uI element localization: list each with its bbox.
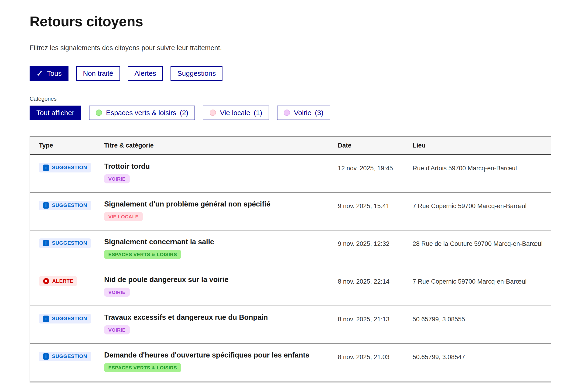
type-badge: i SUGGESTION	[39, 238, 91, 248]
type-badge-label: SUGGESTION	[52, 240, 87, 246]
filter-suggestions-button[interactable]: Suggestions	[170, 66, 222, 81]
filter-voirie-count: (3)	[315, 109, 324, 117]
category-dot-pink-icon	[210, 110, 216, 116]
alert-octagon-icon	[43, 278, 49, 284]
report-location: Rue d'Artois 59700 Marcq-en-Barœul	[413, 155, 552, 192]
filter-non-traite-button[interactable]: Non traité	[76, 66, 120, 81]
category-tag: VIE LOCALE	[104, 212, 143, 221]
report-title: Signalement concernant la salle	[104, 238, 338, 246]
report-location: 28 Rue de la Couture 59700 Marcq-en-Barœ…	[413, 230, 552, 268]
type-badge-label: SUGGESTION	[52, 165, 87, 170]
page-title: Retours citoyens	[29, 13, 581, 30]
report-date: 9 nov. 2025, 12:32	[338, 230, 413, 268]
type-badge: i SUGGESTION	[39, 314, 91, 324]
report-date: 8 nov. 2025, 21:03	[338, 344, 413, 382]
column-header-titre: Titre & catégorie	[104, 142, 338, 149]
filter-espaces-verts-count: (2)	[180, 109, 188, 117]
filter-tous-label: Tous	[47, 70, 62, 77]
column-header-date: Date	[338, 142, 413, 149]
filter-tout-afficher-button[interactable]: Tout afficher	[29, 106, 81, 120]
report-location: 7 Rue Copernic 59700 Marcq-en-Barœul	[413, 193, 552, 230]
category-dot-green-icon	[96, 110, 102, 116]
table-header-row: Type Titre & catégorie Date Lieu	[30, 137, 551, 155]
filter-espaces-verts-label: Espaces verts & loisirs	[106, 109, 176, 117]
report-title: Trottoir tordu	[104, 162, 338, 170]
info-icon: i	[43, 164, 49, 171]
column-header-type: Type	[30, 142, 104, 149]
type-badge: i SUGGESTION	[39, 163, 91, 172]
type-badge-label: SUGGESTION	[52, 203, 87, 208]
filter-voirie-label: Voirie	[294, 109, 311, 117]
filter-vie-locale-count: (1)	[254, 109, 262, 117]
report-title: Nid de poule dangereux sur la voirie	[104, 275, 338, 284]
table-row[interactable]: i SUGGESTION Travaux excessifs et danger…	[30, 306, 551, 344]
filter-voirie-button[interactable]: Voirie (3)	[277, 106, 330, 120]
filter-tous-button[interactable]: ✓ Tous	[29, 66, 68, 81]
filter-espaces-verts-button[interactable]: Espaces verts & loisirs (2)	[89, 106, 195, 120]
filter-alertes-button[interactable]: Alertes	[128, 66, 163, 81]
type-badge-label: SUGGESTION	[52, 316, 87, 321]
category-dot-purple-icon	[284, 110, 290, 116]
category-tag: VOIRIE	[104, 288, 130, 297]
filter-non-traite-label: Non traité	[83, 70, 113, 77]
report-title: Signalement d'un problème général non sp…	[104, 200, 338, 208]
type-badge: i SUGGESTION	[39, 352, 91, 361]
type-badge: i SUGGESTION	[39, 201, 91, 210]
check-icon: ✓	[36, 70, 43, 77]
category-tag: ESPACES VERTS & LOISIRS	[104, 363, 181, 372]
type-filter-group: ✓ Tous Non traité Alertes Suggestions	[29, 66, 581, 81]
info-icon: i	[43, 316, 49, 322]
filter-alertes-label: Alertes	[134, 70, 156, 77]
info-icon: i	[43, 353, 49, 360]
report-title: Travaux excessifs et dangereux rue du Bo…	[104, 313, 338, 322]
category-tag: ESPACES VERTS & LOISIRS	[104, 250, 181, 259]
report-date: 9 nov. 2025, 15:41	[338, 193, 413, 230]
filter-vie-locale-label: Vie locale	[220, 109, 250, 117]
info-icon: i	[43, 240, 49, 246]
reports-table: Type Titre & catégorie Date Lieu i SUGGE…	[29, 136, 551, 382]
report-location: 50.65799, 3.08547	[413, 344, 552, 382]
filter-vie-locale-button[interactable]: Vie locale (1)	[203, 106, 269, 120]
table-row[interactable]: i SUGGESTION Signalement concernant la s…	[30, 230, 551, 268]
report-date: 8 nov. 2025, 21:13	[338, 306, 413, 343]
type-badge-label: SUGGESTION	[52, 354, 87, 359]
categories-label: Catégories	[29, 96, 581, 102]
table-row[interactable]: i SUGGESTION Signalement d'un problème g…	[30, 193, 551, 230]
filter-tout-afficher-label: Tout afficher	[36, 109, 74, 117]
type-badge-label: ALERTE	[52, 278, 73, 284]
table-row[interactable]: i ALERTE Nid de poule dangereux sur la v…	[30, 268, 551, 306]
type-badge: i ALERTE	[39, 276, 77, 286]
category-tag: VOIRIE	[104, 174, 130, 184]
column-header-lieu: Lieu	[413, 142, 552, 149]
info-icon: i	[43, 202, 49, 208]
report-date: 8 nov. 2025, 22:14	[338, 268, 413, 306]
page-subtitle: Filtrez les signalements des citoyens po…	[29, 43, 581, 53]
filter-suggestions-label: Suggestions	[177, 70, 216, 77]
report-date: 12 nov. 2025, 19:45	[338, 155, 413, 192]
table-body: i SUGGESTION Trottoir tordu VOIRIE 12 no…	[30, 155, 551, 382]
category-tag: VOIRIE	[104, 325, 130, 334]
report-title: Demande d'heures d'ouverture spécifiques…	[104, 351, 338, 359]
retours-citoyens-page: Retours citoyens Filtrez les signalement…	[0, 0, 581, 382]
table-row[interactable]: i SUGGESTION Demande d'heures d'ouvertur…	[30, 344, 551, 382]
report-location: 50.65799, 3.08555	[413, 306, 552, 343]
report-location: 7 Rue Copernic 59700 Marcq-en-Barœul	[413, 268, 552, 306]
category-filter-group: Tout afficher Espaces verts & loisirs (2…	[29, 106, 581, 120]
table-row[interactable]: i SUGGESTION Trottoir tordu VOIRIE 12 no…	[30, 155, 551, 193]
